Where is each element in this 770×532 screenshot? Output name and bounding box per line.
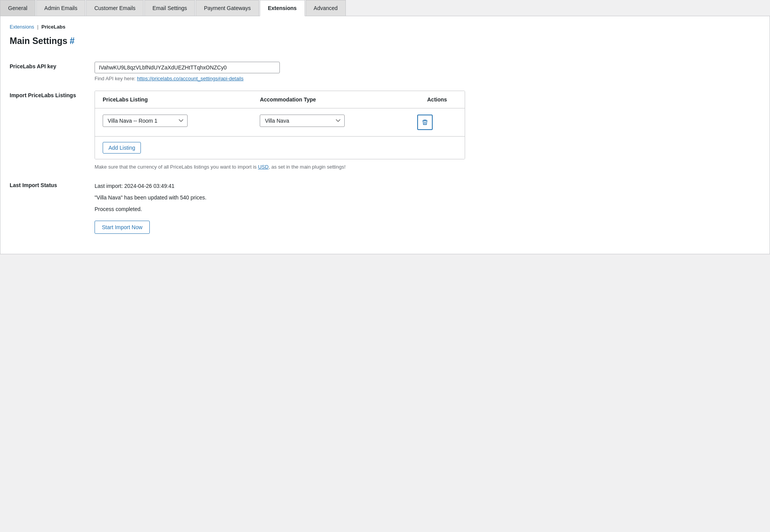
api-key-hint-prefix: Find API key here:	[95, 76, 137, 81]
col-actions: Actions	[410, 91, 465, 108]
tab-payment-gateways[interactable]: Payment Gateways	[196, 0, 259, 16]
last-import-line3: Process completed.	[95, 204, 760, 214]
settings-table: PriceLabs API key Find API key here: htt…	[10, 57, 760, 238]
import-notice-text-after: , as set in the main plugin settings!	[269, 164, 345, 170]
tab-advanced[interactable]: Advanced	[306, 0, 346, 16]
breadcrumb: Extensions | PriceLabs	[10, 24, 760, 30]
tab-customer-emails[interactable]: Customer Emails	[86, 0, 144, 16]
last-import-row: Last Import Status Last import: 2024-04-…	[10, 176, 760, 238]
start-import-button[interactable]: Start Import Now	[95, 221, 150, 234]
api-key-input[interactable]	[95, 62, 280, 73]
last-import-field-cell: Last import: 2024-04-26 03:49:41 "Villa …	[95, 176, 760, 238]
tabs-bar: GeneralAdmin EmailsCustomer EmailsEmail …	[0, 0, 770, 16]
api-key-row: PriceLabs API key Find API key here: htt…	[10, 57, 760, 86]
section-hash: #	[70, 36, 75, 46]
section-title: Main Settings #	[10, 36, 760, 46]
import-status-text: Last import: 2024-04-26 03:49:41 "Villa …	[95, 181, 760, 214]
breadcrumb-extensions-link[interactable]: Extensions	[10, 24, 34, 30]
section-title-text: Main Settings	[10, 36, 68, 46]
import-table: PriceLabs Listing Accommodation Type Act…	[95, 91, 465, 159]
col-pricelabs-listing: PriceLabs Listing	[95, 91, 252, 108]
last-import-label: Last Import Status	[10, 176, 95, 238]
tab-general[interactable]: General	[0, 0, 36, 16]
import-listings-row: Import PriceLabs Listings PriceLabs List…	[10, 86, 760, 176]
import-listings-label: Import PriceLabs Listings	[10, 86, 95, 176]
import-notice: Make sure that the currency of all Price…	[95, 163, 465, 171]
listing-select-0[interactable]: Villa Nava -- Room 1	[103, 115, 188, 127]
import-listings-field-cell: PriceLabs Listing Accommodation Type Act…	[95, 86, 760, 176]
import-table-header-row: PriceLabs Listing Accommodation Type Act…	[95, 91, 465, 108]
col-accommodation-type: Accommodation Type	[252, 91, 409, 108]
content-area: Extensions | PriceLabs Main Settings # P…	[0, 16, 770, 254]
accommodation-select-0[interactable]: Villa Nava	[260, 115, 345, 127]
breadcrumb-current: PriceLabs	[41, 24, 65, 30]
tab-extensions[interactable]: Extensions	[260, 0, 305, 16]
import-table-footer-row: Add Listing	[95, 137, 465, 159]
tab-email-settings[interactable]: Email Settings	[144, 0, 195, 16]
import-notice-usd-link[interactable]: USD	[258, 164, 268, 170]
last-import-line2: "Villa Nava" has been updated with 540 p…	[95, 192, 760, 203]
last-import-line1: Last import: 2024-04-26 03:49:41	[95, 181, 760, 191]
add-listing-button[interactable]: Add Listing	[103, 142, 141, 154]
import-notice-text-before: Make sure that the currency of all Price…	[95, 164, 258, 170]
delete-row-button-0[interactable]	[417, 115, 433, 130]
api-key-hint-link[interactable]: https://pricelabs.co/account_settings#ap…	[137, 76, 244, 81]
trash-icon	[422, 119, 428, 125]
import-table-wrapper: PriceLabs Listing Accommodation Type Act…	[95, 91, 465, 159]
api-key-field-cell: Find API key here: https://pricelabs.co/…	[95, 57, 760, 86]
tab-admin-emails[interactable]: Admin Emails	[36, 0, 86, 16]
api-key-hint: Find API key here: https://pricelabs.co/…	[95, 76, 760, 81]
import-row-0: Villa Nava -- Room 1Villa Nava	[95, 108, 465, 137]
breadcrumb-separator: |	[37, 24, 38, 30]
add-listing-cell: Add Listing	[95, 137, 465, 159]
api-key-label: PriceLabs API key	[10, 57, 95, 86]
